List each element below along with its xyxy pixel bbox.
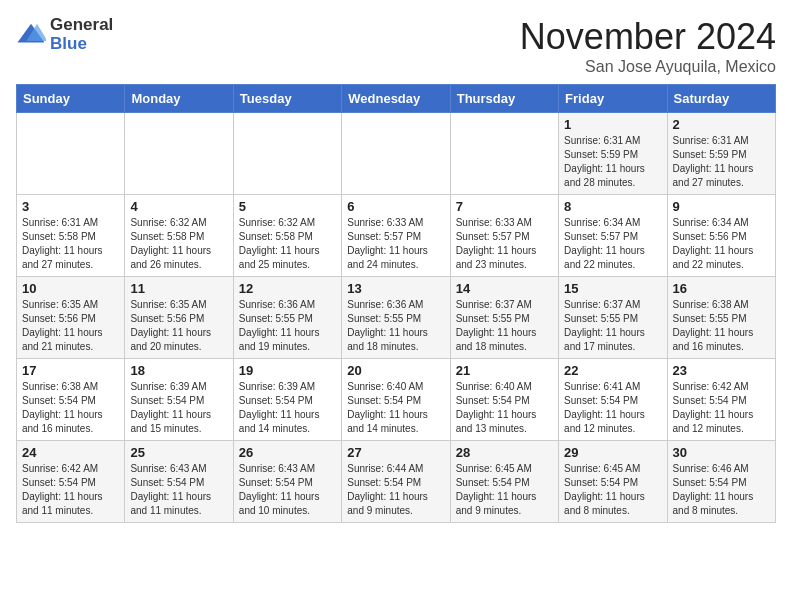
day-info: Sunrise: 6:32 AM Sunset: 5:58 PM Dayligh… <box>239 216 336 272</box>
day-cell: 3Sunrise: 6:31 AM Sunset: 5:58 PM Daylig… <box>17 195 125 277</box>
day-info: Sunrise: 6:36 AM Sunset: 5:55 PM Dayligh… <box>239 298 336 354</box>
logo-blue: Blue <box>50 35 113 54</box>
day-number: 26 <box>239 445 336 460</box>
day-number: 14 <box>456 281 553 296</box>
day-cell: 29Sunrise: 6:45 AM Sunset: 5:54 PM Dayli… <box>559 441 667 523</box>
week-row-1: 1Sunrise: 6:31 AM Sunset: 5:59 PM Daylig… <box>17 113 776 195</box>
day-cell: 2Sunrise: 6:31 AM Sunset: 5:59 PM Daylig… <box>667 113 775 195</box>
week-row-3: 10Sunrise: 6:35 AM Sunset: 5:56 PM Dayli… <box>17 277 776 359</box>
day-info: Sunrise: 6:31 AM Sunset: 5:58 PM Dayligh… <box>22 216 119 272</box>
day-info: Sunrise: 6:42 AM Sunset: 5:54 PM Dayligh… <box>22 462 119 518</box>
day-info: Sunrise: 6:41 AM Sunset: 5:54 PM Dayligh… <box>564 380 661 436</box>
day-info: Sunrise: 6:38 AM Sunset: 5:54 PM Dayligh… <box>22 380 119 436</box>
day-cell: 28Sunrise: 6:45 AM Sunset: 5:54 PM Dayli… <box>450 441 558 523</box>
day-cell: 17Sunrise: 6:38 AM Sunset: 5:54 PM Dayli… <box>17 359 125 441</box>
day-cell: 24Sunrise: 6:42 AM Sunset: 5:54 PM Dayli… <box>17 441 125 523</box>
day-cell: 22Sunrise: 6:41 AM Sunset: 5:54 PM Dayli… <box>559 359 667 441</box>
day-number: 18 <box>130 363 227 378</box>
day-cell: 19Sunrise: 6:39 AM Sunset: 5:54 PM Dayli… <box>233 359 341 441</box>
day-number: 23 <box>673 363 770 378</box>
header-day-tuesday: Tuesday <box>233 85 341 113</box>
day-cell: 13Sunrise: 6:36 AM Sunset: 5:55 PM Dayli… <box>342 277 450 359</box>
day-number: 13 <box>347 281 444 296</box>
day-cell: 11Sunrise: 6:35 AM Sunset: 5:56 PM Dayli… <box>125 277 233 359</box>
day-number: 2 <box>673 117 770 132</box>
day-cell: 18Sunrise: 6:39 AM Sunset: 5:54 PM Dayli… <box>125 359 233 441</box>
day-cell: 5Sunrise: 6:32 AM Sunset: 5:58 PM Daylig… <box>233 195 341 277</box>
day-number: 22 <box>564 363 661 378</box>
day-number: 30 <box>673 445 770 460</box>
day-cell: 15Sunrise: 6:37 AM Sunset: 5:55 PM Dayli… <box>559 277 667 359</box>
month-title: November 2024 <box>520 16 776 58</box>
day-info: Sunrise: 6:34 AM Sunset: 5:57 PM Dayligh… <box>564 216 661 272</box>
day-number: 12 <box>239 281 336 296</box>
day-info: Sunrise: 6:33 AM Sunset: 5:57 PM Dayligh… <box>456 216 553 272</box>
day-cell: 21Sunrise: 6:40 AM Sunset: 5:54 PM Dayli… <box>450 359 558 441</box>
day-cell: 6Sunrise: 6:33 AM Sunset: 5:57 PM Daylig… <box>342 195 450 277</box>
day-number: 21 <box>456 363 553 378</box>
day-cell: 23Sunrise: 6:42 AM Sunset: 5:54 PM Dayli… <box>667 359 775 441</box>
day-info: Sunrise: 6:43 AM Sunset: 5:54 PM Dayligh… <box>239 462 336 518</box>
logo-text: General Blue <box>50 16 113 53</box>
day-number: 7 <box>456 199 553 214</box>
day-info: Sunrise: 6:38 AM Sunset: 5:55 PM Dayligh… <box>673 298 770 354</box>
day-info: Sunrise: 6:31 AM Sunset: 5:59 PM Dayligh… <box>673 134 770 190</box>
header-day-sunday: Sunday <box>17 85 125 113</box>
header-day-saturday: Saturday <box>667 85 775 113</box>
day-info: Sunrise: 6:40 AM Sunset: 5:54 PM Dayligh… <box>347 380 444 436</box>
header-day-friday: Friday <box>559 85 667 113</box>
day-cell: 30Sunrise: 6:46 AM Sunset: 5:54 PM Dayli… <box>667 441 775 523</box>
day-number: 4 <box>130 199 227 214</box>
day-number: 3 <box>22 199 119 214</box>
day-number: 9 <box>673 199 770 214</box>
day-cell: 16Sunrise: 6:38 AM Sunset: 5:55 PM Dayli… <box>667 277 775 359</box>
day-cell <box>233 113 341 195</box>
header: General Blue November 2024 San Jose Ayuq… <box>16 16 776 76</box>
day-info: Sunrise: 6:46 AM Sunset: 5:54 PM Dayligh… <box>673 462 770 518</box>
day-number: 8 <box>564 199 661 214</box>
week-row-4: 17Sunrise: 6:38 AM Sunset: 5:54 PM Dayli… <box>17 359 776 441</box>
day-info: Sunrise: 6:43 AM Sunset: 5:54 PM Dayligh… <box>130 462 227 518</box>
day-info: Sunrise: 6:40 AM Sunset: 5:54 PM Dayligh… <box>456 380 553 436</box>
day-number: 20 <box>347 363 444 378</box>
day-info: Sunrise: 6:36 AM Sunset: 5:55 PM Dayligh… <box>347 298 444 354</box>
day-cell: 8Sunrise: 6:34 AM Sunset: 5:57 PM Daylig… <box>559 195 667 277</box>
day-number: 19 <box>239 363 336 378</box>
header-day-wednesday: Wednesday <box>342 85 450 113</box>
day-info: Sunrise: 6:31 AM Sunset: 5:59 PM Dayligh… <box>564 134 661 190</box>
day-number: 17 <box>22 363 119 378</box>
day-number: 25 <box>130 445 227 460</box>
day-info: Sunrise: 6:39 AM Sunset: 5:54 PM Dayligh… <box>239 380 336 436</box>
day-number: 15 <box>564 281 661 296</box>
week-row-2: 3Sunrise: 6:31 AM Sunset: 5:58 PM Daylig… <box>17 195 776 277</box>
day-cell: 7Sunrise: 6:33 AM Sunset: 5:57 PM Daylig… <box>450 195 558 277</box>
day-cell <box>17 113 125 195</box>
logo: General Blue <box>16 16 113 53</box>
week-row-5: 24Sunrise: 6:42 AM Sunset: 5:54 PM Dayli… <box>17 441 776 523</box>
day-cell: 14Sunrise: 6:37 AM Sunset: 5:55 PM Dayli… <box>450 277 558 359</box>
day-info: Sunrise: 6:37 AM Sunset: 5:55 PM Dayligh… <box>456 298 553 354</box>
day-cell <box>450 113 558 195</box>
day-number: 27 <box>347 445 444 460</box>
day-cell: 12Sunrise: 6:36 AM Sunset: 5:55 PM Dayli… <box>233 277 341 359</box>
day-number: 6 <box>347 199 444 214</box>
day-number: 1 <box>564 117 661 132</box>
day-info: Sunrise: 6:37 AM Sunset: 5:55 PM Dayligh… <box>564 298 661 354</box>
title-area: November 2024 San Jose Ayuquila, Mexico <box>520 16 776 76</box>
day-number: 16 <box>673 281 770 296</box>
day-cell: 9Sunrise: 6:34 AM Sunset: 5:56 PM Daylig… <box>667 195 775 277</box>
day-info: Sunrise: 6:44 AM Sunset: 5:54 PM Dayligh… <box>347 462 444 518</box>
calendar-header-row: SundayMondayTuesdayWednesdayThursdayFrid… <box>17 85 776 113</box>
day-number: 29 <box>564 445 661 460</box>
day-number: 24 <box>22 445 119 460</box>
day-number: 5 <box>239 199 336 214</box>
day-cell: 20Sunrise: 6:40 AM Sunset: 5:54 PM Dayli… <box>342 359 450 441</box>
day-number: 10 <box>22 281 119 296</box>
header-day-thursday: Thursday <box>450 85 558 113</box>
day-info: Sunrise: 6:32 AM Sunset: 5:58 PM Dayligh… <box>130 216 227 272</box>
location-title: San Jose Ayuquila, Mexico <box>520 58 776 76</box>
header-day-monday: Monday <box>125 85 233 113</box>
day-cell: 1Sunrise: 6:31 AM Sunset: 5:59 PM Daylig… <box>559 113 667 195</box>
day-number: 11 <box>130 281 227 296</box>
day-cell: 26Sunrise: 6:43 AM Sunset: 5:54 PM Dayli… <box>233 441 341 523</box>
